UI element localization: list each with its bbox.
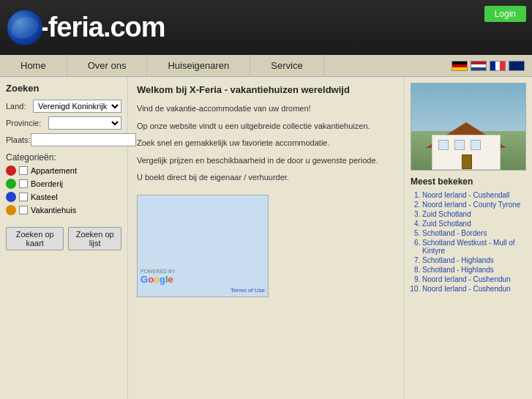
main-para-5: U boekt direct bij de eigenaar / verhuur…: [137, 171, 395, 184]
cat-check-boerderij[interactable]: [19, 179, 28, 188]
most-viewed-item[interactable]: Zuid Schotland: [422, 220, 526, 228]
nav-huiseigenaren[interactable]: Huiseigenaren: [147, 55, 250, 76]
flag-de[interactable]: [452, 61, 468, 71]
main-para-1: Vind de vakantie-accommodatie van uw dro…: [137, 102, 395, 116]
most-viewed-item[interactable]: Noord Ierland - Cushendun: [422, 275, 526, 283]
house-window-mid: [454, 140, 465, 150]
search-list-button[interactable]: Zoeken op lijst: [68, 227, 121, 250]
provincie-row: Provincie:: [6, 116, 121, 130]
most-viewed-item[interactable]: Schotland - Borders: [422, 229, 526, 237]
sidebar-buttons: Zoeken op kaart Zoeken op lijst: [6, 227, 121, 250]
land-select[interactable]: Verenigd Koninkrijk: [33, 100, 121, 113]
nav-home[interactable]: Home: [0, 55, 67, 76]
search-map-button[interactable]: Zoeken op kaart: [6, 227, 64, 250]
most-viewed-item[interactable]: Noord Ierland - Cushendun: [422, 285, 526, 293]
cat-icon-appartement: [6, 165, 16, 176]
sidebar: Zoeken Land: Verenigd Koninkrijk Provinc…: [0, 77, 128, 399]
google-logo: Google: [141, 274, 175, 285]
nav-over-ons[interactable]: Over ons: [67, 55, 148, 76]
main-para-3: Zoek snel en gemakkelijk uw favoriete ac…: [137, 137, 395, 150]
main-para-4: Vergelijk prijzen en beschikbaarheid in …: [137, 154, 395, 168]
land-label: Land:: [6, 102, 33, 111]
cat-icon-vakantiehuis: [6, 205, 16, 215]
cat-check-vakantiehuis[interactable]: [19, 206, 28, 215]
provincie-label: Provincie:: [6, 119, 48, 127]
flag-uk[interactable]: [509, 61, 525, 71]
most-viewed-item[interactable]: Zuid Schotland: [422, 210, 526, 218]
language-flags: [452, 61, 532, 71]
map-container[interactable]: POWERED BY Google Terms of Use: [137, 195, 269, 297]
cat-vakantiehuis: Vakantiehuis: [6, 205, 121, 215]
main-title: Welkom bij X-Feria - vakantiehuizen were…: [137, 84, 395, 95]
cat-boerderij: Boerderij: [6, 179, 121, 189]
cat-icon-boerderij: [6, 179, 16, 189]
most-viewed-list: Noord Ierland - CushendallNoord Ierland …: [411, 191, 526, 293]
flag-fr[interactable]: [490, 61, 506, 71]
house-window-left: [438, 140, 449, 150]
main-para-2: Op onze website vindt u een uitgebreide …: [137, 120, 395, 133]
nav-service[interactable]: Service: [250, 55, 323, 76]
most-viewed-item[interactable]: Schotland - Highlands: [422, 256, 526, 264]
plaats-label: Plaats:: [6, 135, 31, 144]
house-door: [462, 154, 472, 169]
plaats-row: Plaats:: [6, 133, 121, 146]
cat-appartement: Appartement: [6, 165, 121, 176]
main-content: Welkom bij X-Feria - vakantiehuizen were…: [128, 77, 404, 399]
right-panel: Meest bekeken Noord Ierland - Cushendall…: [404, 77, 532, 399]
most-viewed-item[interactable]: Schotland Westkust - Mull of Kintyre: [422, 239, 526, 255]
house-image: [411, 83, 526, 171]
plaats-input[interactable]: [31, 133, 136, 146]
map-powered-label: POWERED BY Google: [141, 269, 175, 285]
most-viewed-item[interactable]: Schotland - Highlands: [422, 266, 526, 274]
flag-nl[interactable]: [471, 61, 487, 71]
cat-kasteel: Kasteel: [6, 192, 121, 202]
most-viewed-title: Meest bekeken: [411, 176, 526, 187]
land-row: Land: Verenigd Koninkrijk: [6, 100, 121, 113]
house-window-right: [471, 140, 481, 150]
most-viewed-item[interactable]: Noord Ierland - County Tyrone: [422, 201, 526, 209]
cat-check-appartement[interactable]: [19, 166, 28, 175]
sidebar-title: Zoeken: [6, 83, 121, 94]
cat-icon-kasteel: [6, 192, 16, 202]
logo-text: -feria.com: [40, 12, 165, 43]
nav-bar: Home Over ons Huiseigenaren Service: [0, 55, 532, 77]
map-terms[interactable]: Terms of Use: [231, 287, 265, 294]
header: -feria.com Login: [0, 0, 532, 55]
login-button[interactable]: Login: [484, 6, 526, 22]
cat-check-kasteel[interactable]: [19, 193, 28, 201]
provincie-select[interactable]: [48, 116, 121, 130]
logo-globe: [7, 10, 42, 45]
house-body: [432, 135, 501, 170]
content-area: Zoeken Land: Verenigd Koninkrijk Provinc…: [0, 77, 532, 399]
most-viewed-item[interactable]: Noord Ierland - Cushendall: [422, 191, 526, 199]
categories-label: Categorieën:: [6, 152, 121, 163]
